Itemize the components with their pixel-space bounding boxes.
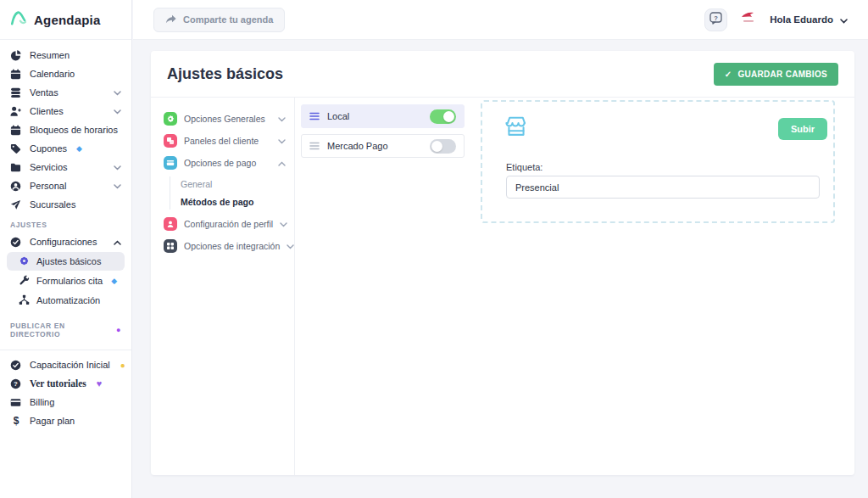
folder-icon — [10, 161, 22, 173]
help-button[interactable]: ? — [704, 8, 727, 31]
settings-nav-sub-general[interactable]: General — [181, 176, 286, 192]
sidebar-item-sucursales[interactable]: Sucursales — [0, 195, 131, 214]
sidebar-item-automatizacion[interactable]: Automatización — [7, 291, 125, 310]
chevron-down-icon — [287, 241, 294, 251]
toggle-local[interactable] — [430, 109, 456, 124]
drag-handle-icon[interactable] — [309, 142, 320, 150]
settings-nav-label: Paneles del cliente — [184, 136, 259, 146]
sidebar-item-label: Cupones — [30, 143, 67, 154]
sidebar-item-ajustes-basicos[interactable]: Ajustes básicos — [7, 252, 125, 271]
chevron-down-icon — [278, 136, 286, 146]
purple-dot-icon: ● — [116, 326, 121, 334]
sidebar-item-label: Bloqueos de horarios — [30, 125, 118, 135]
sidebar-item-resumen[interactable]: Resumen — [0, 46, 131, 64]
payment-badge-icon — [164, 156, 177, 170]
coins-icon — [10, 87, 22, 98]
chevron-down-icon — [280, 219, 287, 229]
settings-card: Ajustes básicos ✓ GUARDAR CAMBIOS Opcion… — [151, 51, 854, 475]
tag-icon — [10, 143, 22, 154]
sidebar-item-clientes[interactable]: Clientes — [0, 102, 131, 120]
card-body: Opciones Generales Paneles del cliente O… — [151, 98, 854, 475]
payment-method-row-mercado-pago[interactable]: Mercado Pago — [301, 134, 465, 158]
chevron-down-icon — [114, 162, 121, 172]
save-changes-button[interactable]: ✓ GUARDAR CAMBIOS — [714, 63, 838, 86]
check-icon: ✓ — [725, 70, 732, 79]
user-plus-icon — [10, 105, 22, 117]
check-circle-icon — [10, 359, 22, 371]
chevron-up-icon — [278, 158, 286, 168]
panels-badge-icon — [164, 134, 177, 148]
toggle-mercado-pago[interactable] — [430, 139, 456, 154]
settings-nav-opciones-integracion[interactable]: Opciones de integración — [164, 235, 286, 257]
agendapia-app: Agendapia Resumen Calendario Ventas Clie… — [0, 0, 868, 498]
settings-nav-pago-sublist: General Métodos de pago — [170, 176, 286, 210]
sidebar-item-billing[interactable]: Billing — [0, 393, 131, 411]
nodes-icon — [19, 294, 30, 307]
etiqueta-input[interactable] — [506, 176, 820, 199]
payment-methods-list: Local Mercado Pago — [301, 104, 465, 164]
gem-icon: ◆ — [76, 144, 82, 153]
chevron-down-icon — [114, 106, 121, 116]
settings-nav-opciones-pago[interactable]: Opciones de pago — [164, 152, 286, 174]
settings-nav-label: Opciones Generales — [184, 114, 265, 124]
sidebar-item-personal[interactable]: Personal — [0, 176, 131, 195]
calendar-icon — [10, 68, 22, 80]
account-logo — [739, 10, 758, 30]
sidebar-item-label: Servicios — [30, 162, 68, 172]
send-icon — [10, 199, 22, 210]
sidebar-item-configuraciones[interactable]: Configuraciones — [0, 232, 131, 251]
section-label-publicar: PUBLICAR EN DIRECTORIO ● — [0, 315, 131, 342]
sidebar-item-label: Billing — [30, 397, 54, 407]
etiqueta-label: Etiqueta: — [506, 162, 542, 172]
grid-badge-icon — [164, 239, 177, 253]
sidebar-item-label: Personal — [30, 181, 66, 191]
sidebar-item-label: Configuraciones — [30, 237, 97, 247]
sidebar-nav: Resumen Calendario Ventas Clientes Bloqu… — [0, 40, 131, 430]
gem-icon: ◆ — [111, 277, 117, 285]
sidebar-item-label: Ver tutoriales — [30, 378, 86, 389]
dollar-icon: $ — [10, 415, 22, 427]
sidebar-item-calendario[interactable]: Calendario — [0, 64, 131, 83]
brand-logo-icon — [10, 9, 29, 30]
user-circle-icon — [10, 180, 22, 192]
topbar-right: ? Hola Eduardo — [704, 8, 848, 31]
sidebar: Agendapia Resumen Calendario Ventas Clie… — [0, 0, 132, 498]
gear-badge-icon — [164, 112, 177, 126]
pie-chart-icon — [10, 49, 22, 61]
sidebar-item-capacitacion[interactable]: Capacitación Inicial ● — [0, 355, 131, 374]
card-header: Ajustes básicos ✓ GUARDAR CAMBIOS — [151, 51, 854, 98]
sidebar-divider — [0, 350, 131, 350]
payment-method-label: Mercado Pago — [327, 141, 388, 151]
account-menu[interactable]: Hola Eduardo — [770, 12, 848, 27]
profile-badge-icon — [164, 217, 177, 231]
gear-icon — [19, 255, 30, 268]
settings-nav-paneles-cliente[interactable]: Paneles del cliente — [164, 130, 286, 152]
sidebar-item-cupones[interactable]: Cupones ◆ — [0, 139, 131, 158]
sidebar-item-pagar-plan[interactable]: $ Pagar plan — [0, 411, 131, 430]
chevron-down-icon — [278, 114, 286, 124]
brand-logo[interactable]: Agendapia — [0, 0, 131, 40]
payment-method-row-local[interactable]: Local — [301, 104, 465, 128]
settings-nav-sub-metodos-pago[interactable]: Métodos de pago — [181, 194, 286, 210]
share-agenda-button[interactable]: Comparte tu agenda — [153, 8, 285, 32]
sidebar-item-ver-tutoriales[interactable]: ? Ver tutoriales ♥ — [0, 374, 131, 393]
settings-nav-opciones-generales[interactable]: Opciones Generales — [164, 108, 286, 130]
settings-nav: Opciones Generales Paneles del cliente O… — [151, 98, 295, 475]
sidebar-item-servicios[interactable]: Servicios — [0, 158, 131, 176]
sidebar-item-formularios-cita[interactable]: Formularios cita ◆ — [7, 271, 125, 290]
drag-handle-icon[interactable] — [309, 112, 320, 120]
settings-nav-sub-label: General — [181, 179, 212, 189]
calendar-icon — [10, 124, 22, 136]
sidebar-item-label: Ajustes básicos — [36, 256, 101, 266]
sidebar-item-bloqueos[interactable]: Bloqueos de horarios — [0, 120, 131, 139]
sidebar-item-label: Calendario — [30, 69, 75, 79]
upload-button[interactable]: Subir — [778, 118, 827, 140]
brand-name: Agendapia — [34, 13, 100, 27]
share-agenda-label: Comparte tu agenda — [183, 14, 273, 25]
settings-nav-configuracion-perfil[interactable]: Configuración de perfil — [164, 213, 286, 235]
sidebar-item-ventas[interactable]: Ventas — [0, 83, 131, 102]
chevron-down-icon — [840, 12, 848, 27]
svg-text:?: ? — [14, 380, 18, 388]
credit-card-icon — [10, 396, 22, 408]
bulb-icon: ● — [120, 361, 125, 370]
